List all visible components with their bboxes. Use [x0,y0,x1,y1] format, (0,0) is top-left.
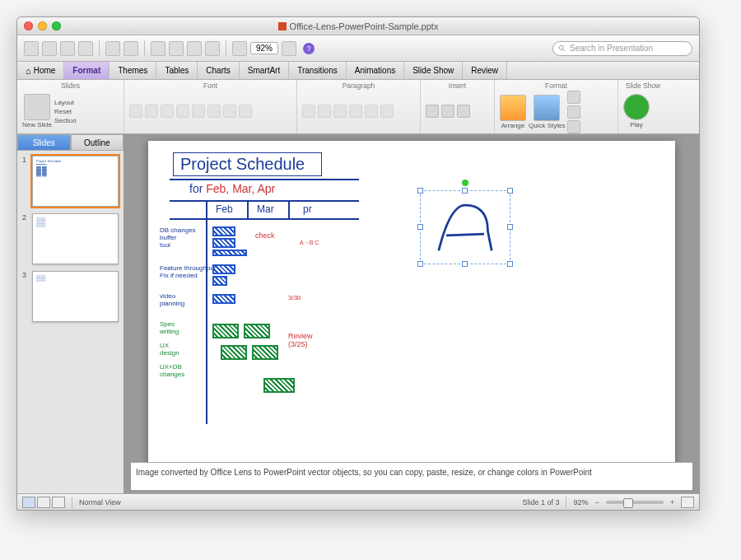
layout-dropdown[interactable]: Layout [54,99,77,106]
open-button[interactable] [42,41,57,56]
bar-g4[interactable] [252,345,278,360]
print-button[interactable] [78,41,93,56]
bar-1[interactable] [212,226,235,236]
search-input[interactable]: Search in Presentation [552,41,692,56]
tab-slideshow[interactable]: Slide Show [404,62,463,79]
tab-charts[interactable]: Charts [198,62,239,79]
arrange-button[interactable]: Arrange [500,95,526,129]
resize-handle-w[interactable] [417,224,423,230]
picture-button[interactable] [457,105,470,118]
tab-smartart[interactable]: SmartArt [240,62,289,79]
resize-handle-n[interactable] [462,188,468,194]
bar-4[interactable] [212,264,235,274]
view-buttons [22,497,65,508]
new-slide-button[interactable]: New Slide [22,94,52,128]
selected-shape[interactable] [420,190,510,264]
tab-review[interactable]: Review [463,62,507,79]
reset-button[interactable]: Reset [54,108,77,115]
text-box-button[interactable] [426,105,439,118]
align-right-button[interactable] [365,105,378,118]
quick-styles-button[interactable]: Quick Styles [529,95,565,129]
section-dropdown[interactable]: Section [54,117,77,124]
paste-button[interactable] [187,41,202,56]
undo-button[interactable] [105,41,120,56]
bar-6[interactable] [212,294,235,304]
thumbnail-2[interactable]: 2░░░░░░░░░░░░ [22,213,119,264]
fit-button[interactable] [681,497,694,508]
ink-shape-a [427,198,503,259]
line-button[interactable] [567,105,580,119]
sorter-view-button[interactable] [37,497,50,508]
notes-pane[interactable]: Image converted by Office Lens to PowerP… [131,462,692,490]
bar-g1[interactable] [212,324,239,338]
bar-5[interactable] [212,276,227,286]
shape-button[interactable] [441,105,454,118]
align-center-button[interactable] [349,105,362,118]
slide-title[interactable]: Project Schedule [173,152,322,176]
close-window-button[interactable] [24,21,33,30]
resize-handle-e[interactable] [507,224,513,230]
strike-button[interactable] [176,105,189,118]
font-size-up-button[interactable] [223,105,236,118]
new-button[interactable] [24,41,39,56]
thumbnail-list[interactable]: 1Project Schedule━━━━━━▓▓ ▓▓▓▓ ▓▓▓▓ ▓▓ 2… [17,151,124,493]
resize-handle-ne[interactable] [507,188,513,194]
help-icon[interactable]: ? [303,43,315,54]
zoom-minus[interactable]: − [594,498,599,506]
resize-handle-sw[interactable] [417,261,423,267]
font-size-down-button[interactable] [239,105,252,118]
zoom-slider[interactable] [606,501,664,504]
bar-g3[interactable] [221,345,247,360]
bar-g2[interactable] [244,324,270,338]
numbering-button[interactable] [318,105,331,118]
save-button[interactable] [60,41,75,56]
group-label-font: Font [129,82,291,90]
slide-counter: Slide 1 of 3 [522,498,559,506]
resize-handle-nw[interactable] [417,188,423,194]
cut-button[interactable] [151,41,165,56]
thumbnail-1[interactable]: 1Project Schedule━━━━━━▓▓ ▓▓▓▓ ▓▓▓▓ ▓▓ [22,156,119,207]
zoom-out-button[interactable] [232,41,247,56]
italic-button[interactable] [145,105,158,118]
tab-transitions[interactable]: Transitions [289,62,347,79]
slide-canvas[interactable]: Project Schedule for Feb, Mar, Apr Feb M… [124,134,699,462]
bar-2[interactable] [212,238,235,248]
slides-tab[interactable]: Slides [17,134,71,151]
fill-button[interactable] [567,91,580,104]
slideshow-view-button[interactable] [52,497,65,508]
play-button[interactable]: Play [623,94,650,128]
tab-home[interactable]: Home [17,62,64,79]
tab-tables[interactable]: Tables [156,62,198,79]
tab-format[interactable]: Format [64,62,110,79]
current-slide[interactable]: Project Schedule for Feb, Mar, Apr Feb M… [148,141,675,462]
thumbnail-3[interactable]: 3░░░░░░░░ [22,271,119,322]
maximize-window-button[interactable] [52,21,61,30]
format-painter-button[interactable] [205,41,220,56]
zoom-plus[interactable]: + [670,498,674,506]
group-label-format: Format [500,82,613,90]
bar-3[interactable] [212,250,247,256]
bullets-button[interactable] [302,105,315,118]
underline-button[interactable] [161,105,174,118]
search-icon [558,44,566,53]
rotate-handle[interactable] [462,180,468,186]
resize-handle-se[interactable] [507,261,513,267]
outline-tab[interactable]: Outline [71,134,124,151]
redo-button[interactable] [124,41,138,56]
line-spacing-button[interactable] [380,105,394,118]
minimize-window-button[interactable] [38,21,47,30]
tab-themes[interactable]: Themes [110,62,156,79]
resize-handle-s[interactable] [462,261,468,267]
review-annotation: Review (3/25) [288,332,313,348]
bar-g5[interactable] [263,378,295,393]
tab-animations[interactable]: Animations [347,62,404,79]
zoom-in-button[interactable] [282,41,296,56]
zoom-value[interactable]: 92% [250,42,278,54]
font-color-button[interactable] [192,105,205,118]
highlight-button[interactable] [207,105,221,118]
effects-button[interactable] [567,120,580,133]
copy-button[interactable] [169,41,184,56]
normal-view-button[interactable] [22,497,35,508]
align-left-button[interactable] [333,105,347,118]
bold-button[interactable] [129,105,142,118]
